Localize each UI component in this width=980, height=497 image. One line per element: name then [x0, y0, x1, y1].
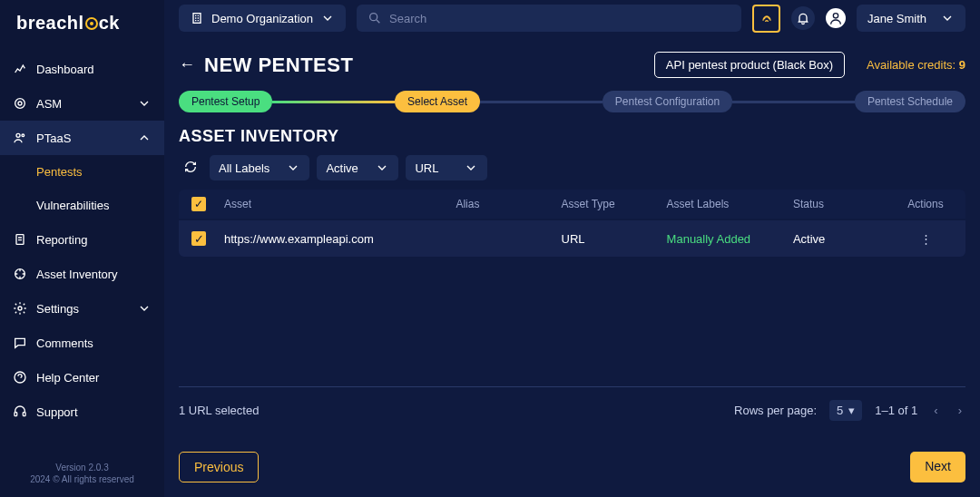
filter-labels[interactable]: All Labels [210, 155, 309, 180]
step-pentest-setup[interactable]: Pentest Setup [179, 91, 272, 112]
rows-per-page-label: Rows per page: [734, 404, 817, 417]
previous-button[interactable]: Previous [179, 452, 259, 482]
row-checkbox[interactable]: ✓ [191, 231, 206, 246]
document-icon [13, 232, 27, 247]
wizard-actions: Previous Next [179, 452, 965, 482]
next-page-button[interactable]: › [955, 402, 965, 419]
filter-type[interactable]: URL [406, 155, 487, 180]
sidebar-sub-pentests[interactable]: Pentests [0, 155, 164, 189]
selection-count: 1 URL selected [179, 404, 259, 417]
sidebar-item-help[interactable]: Help Center [0, 360, 164, 395]
help-icon [13, 370, 27, 385]
search-input[interactable] [389, 12, 730, 25]
step-select-asset[interactable]: Select Asset [395, 91, 480, 112]
headset-icon [13, 404, 27, 419]
table-row: ✓ https://www.exampleapi.com URL Manuall… [179, 220, 965, 257]
building-icon [190, 11, 204, 25]
svg-point-2 [16, 133, 20, 137]
sidebar-item-label: Settings [36, 302, 79, 316]
chevron-up-icon [137, 131, 152, 145]
col-status: Status [793, 198, 898, 210]
select-all-checkbox[interactable]: ✓ [191, 197, 206, 211]
org-name: Demo Organization [211, 12, 313, 25]
sidebar-item-label: Support [36, 405, 78, 419]
sidebar-item-label: Asset Inventory [36, 268, 118, 281]
svg-rect-8 [15, 413, 17, 416]
svg-point-11 [370, 14, 377, 21]
stepper: Pentest Setup Select Asset Pentest Confi… [179, 91, 965, 112]
svg-rect-10 [193, 14, 201, 24]
sidebar-item-reporting[interactable]: Reporting [0, 222, 164, 257]
col-labels: Asset Labels [667, 198, 793, 210]
notifications-button[interactable] [791, 6, 815, 30]
sidebar-item-asset-inventory[interactable]: Asset Inventory [0, 257, 164, 291]
col-type: Asset Type [562, 198, 667, 210]
svg-rect-9 [23, 413, 25, 416]
credits: Available credits: 9 [867, 58, 965, 72]
org-selector[interactable]: Demo Organization [179, 5, 346, 32]
product-badge: API pentest product (Black Box) [654, 52, 845, 78]
cell-asset: https://www.exampleapi.com [224, 232, 456, 246]
chevron-down-icon [137, 96, 152, 111]
sidebar: breachlck Dashboard ASM PTaaS Pentests V… [0, 0, 164, 497]
sidebar-item-label: PTaaS [36, 132, 71, 145]
svg-point-1 [18, 102, 22, 105]
chevron-down-icon [137, 301, 152, 316]
sidebar-item-label: Reporting [36, 233, 87, 247]
svg-point-12 [833, 14, 838, 18]
back-button[interactable]: ← [179, 55, 195, 74]
users-icon [13, 131, 27, 145]
step-connector [732, 101, 855, 103]
sidebar-sub-vulnerabilities[interactable]: Vulnerabilities [0, 189, 164, 222]
bell-icon [796, 11, 810, 25]
fingerprint-scan-button[interactable] [752, 5, 780, 33]
svg-point-0 [15, 99, 25, 109]
cell-label: Manually Added [667, 232, 793, 246]
next-button[interactable]: Next [910, 452, 965, 482]
chevron-down-icon [286, 161, 300, 175]
search-icon [368, 11, 382, 25]
sidebar-item-label: Dashboard [36, 63, 94, 76]
svg-point-6 [18, 307, 22, 310]
content: ← NEW PENTEST API pentest product (Black… [164, 37, 980, 497]
row-actions-button[interactable]: ⋮ [920, 232, 932, 246]
rows-per-page-select[interactable]: 5 ▾ [829, 400, 862, 421]
section-heading: ASSET INVENTORY [179, 127, 965, 146]
asset-table: ✓ Asset Alias Asset Type Asset Labels St… [179, 190, 965, 257]
refresh-button[interactable] [179, 155, 202, 179]
chevron-down-icon [320, 11, 335, 25]
chevron-down-icon [375, 161, 389, 175]
sidebar-item-label: Help Center [36, 371, 99, 385]
svg-point-7 [15, 372, 25, 383]
page-title: NEW PENTEST [204, 54, 353, 77]
cell-status: Active [793, 232, 898, 246]
sidebar-item-dashboard[interactable]: Dashboard [0, 52, 164, 86]
sidebar-item-settings[interactable]: Settings [0, 291, 164, 326]
table-header: ✓ Asset Alias Asset Type Asset Labels St… [179, 190, 965, 220]
brand-logo: breachlck [0, 0, 164, 44]
chat-icon [13, 336, 27, 350]
refresh-icon [183, 160, 198, 174]
sidebar-item-comments[interactable]: Comments [0, 326, 164, 360]
user-name: Jane Smith [867, 12, 926, 25]
user-menu[interactable]: Jane Smith [857, 5, 965, 32]
sidebar-item-label: Comments [36, 336, 93, 350]
page-header: ← NEW PENTEST API pentest product (Black… [179, 52, 965, 78]
step-connector [480, 101, 603, 103]
sidebar-item-label: ASM [36, 97, 62, 111]
step-pentest-configuration[interactable]: Pentest Configuration [603, 91, 732, 112]
crosshair-icon [13, 267, 27, 281]
sidebar-item-support[interactable]: Support [0, 395, 164, 429]
main: Demo Organization Jane Smith ← NEW PENTE… [164, 0, 980, 497]
sidebar-item-label: Pentests [36, 165, 83, 179]
cell-type: URL [562, 232, 667, 246]
step-connector [272, 101, 395, 103]
page-range: 1–1 of 1 [875, 404, 917, 417]
prev-page-button[interactable]: ‹ [930, 402, 941, 419]
sidebar-item-asm[interactable]: ASM [0, 86, 164, 121]
filter-status[interactable]: Active [317, 155, 398, 180]
gear-icon [13, 301, 27, 316]
chevron-down-icon [940, 11, 955, 25]
sidebar-item-ptaas[interactable]: PTaaS [0, 121, 164, 155]
step-pentest-schedule[interactable]: Pentest Schedule [855, 91, 965, 112]
